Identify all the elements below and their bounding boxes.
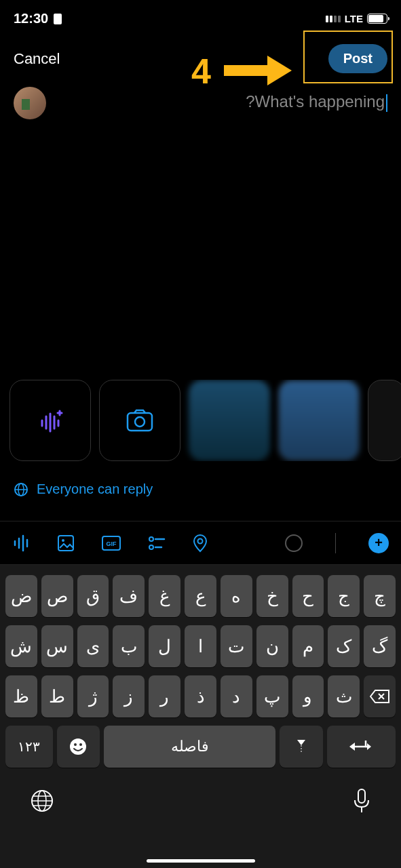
key[interactable]: ز xyxy=(113,675,145,717)
reply-settings-button[interactable]: Everyone can reply xyxy=(14,481,153,497)
key[interactable]: خ xyxy=(256,575,288,617)
spaces-icon xyxy=(35,406,65,435)
character-count-icon xyxy=(285,534,303,552)
gallery-thumbnail-2[interactable] xyxy=(278,380,360,461)
status-right: LTE xyxy=(326,13,387,24)
svg-rect-18 xyxy=(58,536,73,551)
cursor-key[interactable] xyxy=(280,726,322,768)
key[interactable]: ش xyxy=(5,625,37,667)
keyboard-row-1: ض ص ق ف غ ع ه خ ح ج چ xyxy=(3,575,398,625)
svg-point-19 xyxy=(62,539,64,542)
annotation-step-number: 4 xyxy=(191,51,211,92)
mic-icon[interactable] xyxy=(352,788,371,814)
key[interactable]: ح xyxy=(292,575,324,617)
cursor-down-icon xyxy=(294,737,308,756)
key[interactable]: ا xyxy=(185,625,216,667)
key[interactable]: ک xyxy=(328,625,360,667)
status-bar: 12:30 LTE xyxy=(0,0,401,34)
emoji-icon xyxy=(69,737,88,756)
annotation-arrow-icon xyxy=(224,56,292,85)
key[interactable]: ظ xyxy=(5,675,37,717)
text-cursor xyxy=(386,94,387,112)
svg-marker-34 xyxy=(349,743,355,751)
svg-point-26 xyxy=(198,538,203,543)
spaces-button[interactable] xyxy=(9,380,91,461)
svg-rect-41 xyxy=(358,789,365,803)
key[interactable]: غ xyxy=(149,575,180,617)
compose-area: ?What's happening xyxy=(0,87,401,119)
compose-toolbar: GIF + xyxy=(0,521,401,565)
key[interactable]: و xyxy=(292,675,324,717)
key[interactable]: ع xyxy=(185,575,216,617)
svg-point-29 xyxy=(70,738,86,755)
key[interactable]: ر xyxy=(149,675,180,717)
reply-settings-label: Everyone can reply xyxy=(37,481,153,497)
key[interactable]: ذ xyxy=(185,675,216,717)
location-icon[interactable] xyxy=(193,534,208,553)
key[interactable]: ف xyxy=(113,575,145,617)
keyboard-row-4: ۱۲۳ فاصله xyxy=(3,726,398,776)
emoji-key[interactable] xyxy=(57,726,100,768)
svg-text:GIF: GIF xyxy=(107,540,117,547)
avatar[interactable] xyxy=(14,87,46,119)
key[interactable]: ت xyxy=(221,625,252,667)
keyboard-bottom-row xyxy=(3,776,398,821)
camera-icon xyxy=(126,409,153,432)
compose-input[interactable]: ?What's happening xyxy=(56,87,387,112)
key[interactable]: پ xyxy=(256,675,288,717)
return-key[interactable] xyxy=(327,726,396,768)
gallery-thumbnail-1[interactable] xyxy=(189,380,270,461)
globe-icon xyxy=(14,482,28,497)
network-label: LTE xyxy=(345,13,363,24)
gif-icon[interactable]: GIF xyxy=(102,536,121,551)
signal-icon xyxy=(326,16,341,22)
keyboard: ض ص ق ف غ ع ه خ ح ج چ ش س ی ب ل ا ت ن م … xyxy=(0,565,401,868)
annotation-highlight xyxy=(303,31,393,83)
svg-marker-32 xyxy=(297,740,305,745)
key[interactable]: ی xyxy=(77,625,109,667)
key[interactable]: ج xyxy=(328,575,360,617)
svg-rect-9 xyxy=(128,413,152,431)
status-left: 12:30 xyxy=(14,11,62,26)
home-indicator[interactable] xyxy=(147,859,255,863)
key[interactable]: ژ xyxy=(77,675,109,717)
voice-icon[interactable] xyxy=(12,534,30,552)
key[interactable]: د xyxy=(221,675,252,717)
key[interactable]: چ xyxy=(364,575,396,617)
key[interactable]: م xyxy=(292,625,324,667)
key[interactable]: ق xyxy=(77,575,109,617)
key[interactable]: گ xyxy=(364,625,396,667)
key[interactable]: ط xyxy=(41,675,73,717)
toolbar-divider xyxy=(335,533,336,553)
svg-point-24 xyxy=(149,545,153,549)
gallery-thumbnail-3[interactable] xyxy=(368,380,401,461)
key[interactable]: ض xyxy=(5,575,37,617)
backspace-key[interactable] xyxy=(364,675,396,717)
svg-marker-1 xyxy=(267,56,292,85)
sim-icon xyxy=(54,14,62,24)
add-thread-button[interactable]: + xyxy=(368,533,389,553)
space-key[interactable]: فاصله xyxy=(104,726,275,768)
key[interactable]: ص xyxy=(41,575,73,617)
image-icon[interactable] xyxy=(57,534,75,552)
keyboard-row-2: ش س ی ب ل ا ت ن م ک گ xyxy=(3,625,398,675)
backspace-icon xyxy=(370,689,390,704)
key[interactable]: ث xyxy=(328,675,360,717)
svg-point-22 xyxy=(149,537,153,541)
svg-point-10 xyxy=(135,417,145,427)
camera-button[interactable] xyxy=(99,380,180,461)
return-icon xyxy=(349,738,373,755)
key[interactable]: ن xyxy=(256,625,288,667)
svg-rect-0 xyxy=(224,65,267,76)
status-time: 12:30 xyxy=(14,11,48,26)
poll-icon[interactable] xyxy=(148,534,166,552)
cancel-button[interactable]: Cancel xyxy=(14,50,60,68)
media-row xyxy=(0,380,401,461)
globe-keyboard-icon[interactable] xyxy=(30,789,54,813)
key[interactable]: ه xyxy=(221,575,252,617)
svg-point-30 xyxy=(74,743,77,746)
key[interactable]: س xyxy=(41,625,73,667)
numbers-key[interactable]: ۱۲۳ xyxy=(5,726,53,768)
key[interactable]: ل xyxy=(149,625,180,667)
key[interactable]: ب xyxy=(113,625,145,667)
